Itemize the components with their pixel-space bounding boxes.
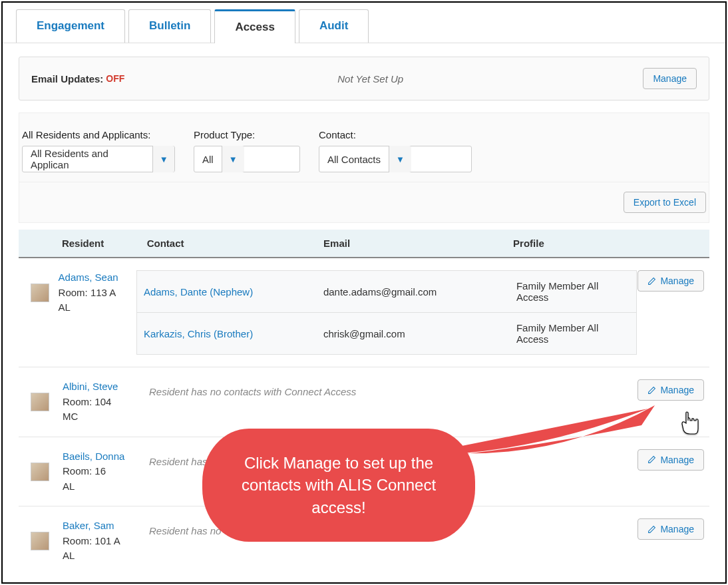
resident-name-link[interactable]: Adams, Sean	[59, 270, 136, 286]
avatar	[31, 393, 49, 411]
header-profile: Profile	[513, 238, 631, 249]
contact-profile: Family Member All Access	[516, 280, 630, 303]
header-resident: Resident	[62, 238, 147, 249]
email-updates-label: Email Updates:	[31, 73, 103, 85]
contact-name-link[interactable]: Karkazis, Chris (Brother)	[144, 328, 323, 339]
manage-button[interactable]: Manage	[637, 518, 704, 540]
resident-name-link[interactable]: Baker, Sam	[63, 518, 149, 534]
contact-profile: Family Member All Access	[516, 322, 630, 345]
avatar	[31, 463, 49, 481]
resident-unit: AL	[63, 479, 149, 494]
edit-icon	[647, 525, 656, 534]
tutorial-callout: Click Manage to set up the contacts with…	[202, 429, 488, 542]
callout-text: Click Manage to set up the contacts with…	[202, 429, 475, 542]
resident-room: Room: 113 A	[59, 286, 136, 301]
tab-engagement[interactable]: Engagement	[16, 9, 125, 43]
cursor-pointer-icon	[680, 411, 701, 440]
resident-room: Room: 104	[63, 395, 149, 410]
chevron-down-icon: ▼	[152, 146, 174, 172]
manage-button[interactable]: Manage	[637, 270, 704, 292]
header-email: Email	[323, 238, 513, 249]
resident-room: Room: 101 A	[63, 534, 149, 549]
email-updates-status: OFF	[106, 73, 124, 84]
filter-residents-select[interactable]: All Residents and Applican ▼	[22, 146, 175, 172]
email-manage-button[interactable]: Manage	[643, 68, 697, 89]
resident-unit: AL	[63, 548, 149, 564]
contact-email: dante.adams@gmail.com	[323, 286, 516, 297]
resident-name-link[interactable]: Albini, Steve	[63, 379, 149, 395]
resident-room: Room: 16	[63, 464, 149, 479]
filter-product-label: Product Type:	[194, 129, 300, 140]
contact-row: Adams, Dante (Nephew) dante.adams@gmail.…	[136, 270, 637, 312]
email-updates-note: Not Yet Set Up	[337, 73, 403, 85]
tab-bulletin[interactable]: Bulletin	[128, 9, 211, 43]
filter-residents-label: All Residents and Applicants:	[22, 129, 175, 140]
edit-icon	[647, 277, 656, 286]
resident-unit: AL	[59, 300, 136, 315]
tab-access[interactable]: Access	[214, 9, 295, 43]
chevron-down-icon: ▼	[222, 146, 244, 172]
table-header: Resident Contact Email Profile	[19, 230, 709, 258]
table-row: Adams, Sean Room: 113 A AL Adams, Dante …	[19, 258, 709, 367]
chevron-down-icon: ▼	[389, 146, 411, 172]
contact-row: Karkazis, Chris (Brother) chrisk@gmail.c…	[136, 312, 637, 355]
filter-contact-label: Contact:	[319, 129, 472, 140]
filter-product-select[interactable]: All ▼	[194, 146, 300, 172]
tab-audit[interactable]: Audit	[299, 9, 369, 43]
resident-unit: MC	[63, 409, 149, 425]
export-excel-button[interactable]: Export to Excel	[624, 192, 706, 213]
filter-bar: All Residents and Applicants: All Reside…	[19, 112, 709, 182]
avatar	[31, 532, 49, 550]
contact-name-link[interactable]: Adams, Dante (Nephew)	[144, 286, 323, 297]
resident-name-link[interactable]: Baeils, Donna	[63, 449, 149, 465]
contact-email: chrisk@gmail.com	[323, 328, 516, 339]
header-contact: Contact	[147, 238, 323, 249]
filter-contact-select[interactable]: All Contacts ▼	[319, 146, 472, 172]
email-updates-bar: Email Updates: OFF Not Yet Set Up Manage	[19, 57, 709, 100]
tab-bar: Engagement Bulletin Access Audit	[3, 3, 725, 43]
avatar	[31, 284, 49, 302]
